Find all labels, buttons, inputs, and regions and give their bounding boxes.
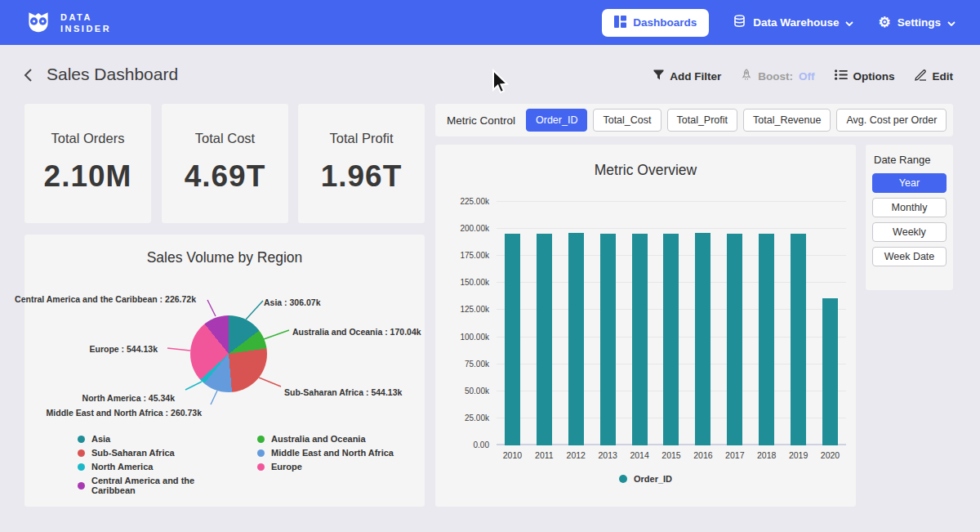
x-tick-label: 2011	[528, 450, 560, 460]
bar-2012[interactable]	[568, 233, 584, 445]
pie-label-asia: Asia : 306.07k	[264, 297, 320, 307]
gear-icon: ⚙	[878, 16, 890, 29]
legend-label: Australia and Oceania	[271, 434, 366, 444]
pie-legend-item-sub-saharan-africa[interactable]: Sub-Saharan Africa	[78, 448, 233, 458]
bar-2018[interactable]	[759, 234, 774, 445]
add-filter-button[interactable]: Add Filter	[653, 69, 721, 83]
y-tick-label: 25.00k	[465, 414, 489, 422]
kpi-label: Total Cost	[162, 131, 288, 146]
pie-label-north-america: North America : 45.34k	[82, 393, 175, 403]
bar-2020[interactable]	[822, 298, 838, 445]
y-tick-label: 50.00k	[465, 387, 489, 396]
back-button[interactable]	[23, 68, 38, 83]
bar-2015[interactable]	[663, 234, 679, 445]
y-tick-label: 125.00k	[460, 305, 489, 314]
bar-2013[interactable]	[600, 234, 616, 445]
legend-dot-icon	[78, 436, 85, 443]
edit-label: Edit	[933, 70, 954, 83]
legend-label: Europe	[271, 462, 302, 472]
date-range-button-week-date[interactable]: Week Date	[872, 247, 947, 266]
metric-button-avg-cost-per-order[interactable]: Avg. Cost per Order	[836, 109, 947, 132]
bar-2010[interactable]	[505, 234, 520, 445]
metric-control-buttons: Order_IDTotal_CostTotal_ProfitTotal_Reve…	[526, 109, 947, 132]
y-tick-label: 75.00k	[465, 360, 489, 369]
header-actions: Add Filter Boost: Off Options Edit	[653, 69, 953, 83]
pie-legend-item-north-america[interactable]: North America	[78, 462, 233, 472]
legend-label: Sub-Saharan Africa	[91, 448, 175, 458]
date-range-label: Date Range	[872, 154, 947, 166]
boost-label: Boost:	[758, 70, 793, 83]
legend-label: Central America and the Caribbean	[91, 476, 233, 495]
metric-button-order-id[interactable]: Order_ID	[526, 109, 587, 132]
add-filter-label: Add Filter	[670, 70, 721, 83]
pie-legend-item-europe[interactable]: Europe	[257, 462, 404, 472]
metric-button-total-revenue[interactable]: Total_Revenue	[743, 109, 831, 132]
edit-button[interactable]: Edit	[915, 69, 954, 83]
chevron-down-icon	[947, 16, 956, 29]
legend-dot-icon	[619, 475, 627, 483]
pie-legend-col-0: AsiaSub-Saharan AfricaNorth AmericaCentr…	[78, 434, 233, 495]
legend-dot-icon	[257, 463, 265, 471]
bar-series-legend[interactable]: Order_ID	[435, 474, 856, 484]
x-tick-label: 2013	[592, 450, 624, 460]
pie-legend-item-central-america-and-the-caribbean[interactable]: Central America and the Caribbean	[78, 476, 233, 495]
data-warehouse-label: Data Warehouse	[753, 16, 839, 29]
bar-2016[interactable]	[695, 233, 710, 445]
legend-label: Asia	[91, 434, 110, 444]
brand-logo[interactable]: DATA INSIDER	[24, 7, 111, 38]
legend-dot-icon	[78, 482, 85, 490]
chevron-down-icon	[845, 16, 853, 29]
legend-label: Middle East and North Africa	[271, 448, 394, 458]
metric-button-total-cost[interactable]: Total_Cost	[593, 109, 661, 132]
y-tick-label: 200.00k	[460, 224, 489, 233]
boost-toggle[interactable]: Boost: Off	[741, 69, 814, 83]
bar-2014[interactable]	[632, 234, 648, 445]
date-range-button-weekly[interactable]: Weekly	[872, 222, 947, 242]
x-tick-label: 2017	[719, 450, 751, 460]
pie-legend-item-middle-east-and-north-africa[interactable]: Middle East and North Africa	[257, 448, 404, 458]
legend-dot-icon	[257, 449, 265, 457]
rocket-icon	[741, 69, 752, 83]
date-range-panel: Date Range YearMonthlyWeeklyWeek Date	[866, 145, 953, 290]
pie-label-europe: Europe : 544.13k	[90, 344, 158, 354]
options-label: Options	[853, 70, 895, 83]
pie-legend: AsiaSub-Saharan AfricaNorth AmericaCentr…	[78, 434, 404, 495]
legend-dot-icon	[257, 436, 265, 443]
bar-plot	[497, 202, 846, 445]
pencil-icon	[915, 69, 927, 83]
kpi-value: 2.10M	[24, 159, 151, 194]
legend-label: North America	[91, 462, 153, 472]
options-button[interactable]: Options	[835, 69, 895, 83]
x-tick-label: 2020	[814, 450, 846, 460]
date-range-buttons: YearMonthlyWeeklyWeek Date	[872, 173, 947, 266]
bars	[497, 202, 846, 445]
pie-legend-item-australia-and-oceania[interactable]: Australia and Oceania	[257, 434, 404, 444]
y-tick-label: 225.00k	[460, 197, 489, 206]
bar-x-labels: 2010201120122013201420152016201720182019…	[497, 450, 846, 460]
date-range-button-monthly[interactable]: Monthly	[872, 198, 947, 217]
legend-dot-icon	[78, 449, 85, 457]
pie-chart-card: Sales Volume by Region Asia : 306.07k Au…	[24, 235, 425, 507]
pie-label-sub-saharan-africa: Sub-Saharan Africa : 544.13k	[284, 387, 402, 397]
dashboards-label: Dashboards	[633, 16, 697, 29]
data-warehouse-menu[interactable]: Data Warehouse	[733, 15, 853, 30]
kpi-card-total-orders: Total Orders 2.10M	[24, 104, 151, 223]
bar-legend-label: Order_ID	[634, 474, 672, 484]
settings-menu[interactable]: ⚙ Settings	[878, 16, 956, 29]
kpi-value: 4.69T	[162, 159, 288, 194]
legend-dot-icon	[78, 463, 85, 471]
metric-button-total-profit[interactable]: Total_Profit	[667, 109, 738, 132]
y-tick-label: 0.00	[474, 440, 489, 449]
kpi-value: 1.96T	[298, 159, 425, 194]
pie-legend-item-asia[interactable]: Asia	[78, 434, 233, 444]
date-range-button-year[interactable]: Year	[872, 173, 947, 193]
dashboards-button[interactable]: Dashboards	[602, 9, 709, 37]
bar-2017[interactable]	[727, 234, 742, 445]
bar-2011[interactable]	[537, 234, 552, 445]
bar-chart-title: Metric Overview	[435, 145, 856, 179]
pie[interactable]	[190, 315, 267, 392]
bar-2019[interactable]	[791, 234, 806, 445]
brand-line2: INSIDER	[60, 23, 111, 34]
kpi-card-total-profit: Total Profit 1.96T	[298, 104, 425, 223]
settings-label: Settings	[898, 16, 941, 29]
